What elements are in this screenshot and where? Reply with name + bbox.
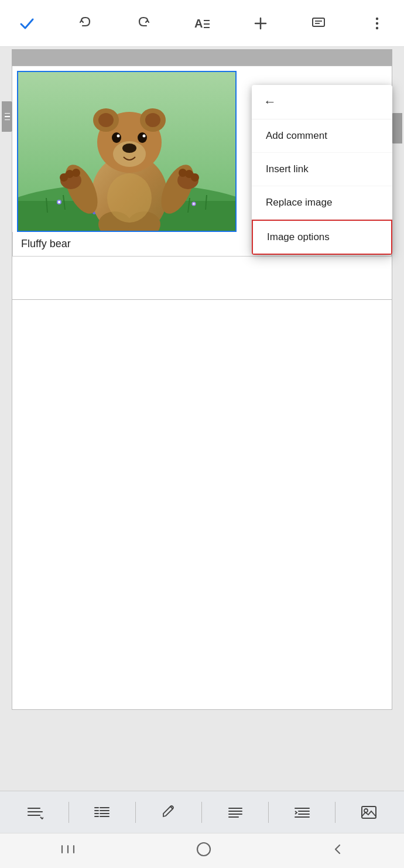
menu-back-button[interactable]: ← [252, 85, 392, 119]
svg-point-22 [193, 203, 195, 205]
redo-button[interactable] [131, 11, 156, 36]
toolbar-separator-5 [335, 802, 335, 823]
check-button[interactable] [14, 11, 40, 36]
svg-point-75 [197, 843, 210, 856]
bottom-toolbar [0, 791, 404, 833]
left-side-handle[interactable] [2, 101, 12, 132]
selected-image [17, 71, 237, 232]
svg-point-34 [138, 132, 147, 143]
nav-home-icon[interactable] [196, 842, 211, 860]
nav-menu-icon[interactable] [60, 843, 76, 859]
svg-rect-70 [362, 807, 376, 818]
svg-point-46 [179, 169, 187, 177]
edit-button[interactable] [155, 798, 183, 826]
top-toolbar: A [0, 0, 404, 47]
svg-point-35 [117, 135, 120, 138]
navigation-bar [0, 833, 404, 868]
svg-point-41 [72, 169, 80, 177]
image-insert-button[interactable] [355, 798, 383, 826]
toolbar-separator-4 [268, 802, 269, 823]
caption-text: Fluffy bear [21, 238, 71, 250]
svg-point-33 [112, 132, 121, 143]
document-body [12, 300, 392, 710]
bear-image-svg [18, 72, 237, 232]
svg-rect-6 [313, 18, 324, 26]
add-button[interactable] [248, 11, 273, 36]
svg-point-32 [122, 143, 136, 153]
svg-point-71 [364, 809, 368, 812]
svg-point-30 [145, 113, 160, 127]
svg-point-36 [143, 135, 146, 138]
toolbar-separator-2 [135, 802, 136, 823]
svg-text:A: A [194, 17, 203, 30]
menu-item-replace-image[interactable]: Replace image [252, 186, 392, 220]
document-ruler [12, 49, 392, 66]
nav-back-icon[interactable] [331, 843, 344, 859]
back-arrow-icon: ← [263, 94, 276, 110]
svg-point-20 [58, 201, 60, 203]
align-button[interactable] [21, 798, 49, 826]
more-options-button[interactable] [364, 11, 390, 36]
menu-item-image-options[interactable]: Image options [252, 220, 392, 255]
svg-point-28 [98, 113, 114, 127]
dropdown-menu: ← Add comment Insert link Replace image … [252, 85, 392, 255]
toolbar-separator-1 [69, 802, 69, 823]
comment-button[interactable] [306, 11, 331, 36]
svg-point-9 [376, 17, 378, 19]
menu-item-add-comment[interactable]: Add comment [252, 119, 392, 153]
main-content: Fluffy bear ← Add comment Insert link Re… [0, 47, 404, 791]
indent-button[interactable] [288, 798, 316, 826]
toolbar-separator-3 [201, 802, 202, 823]
undo-button[interactable] [73, 11, 98, 36]
list-button[interactable] [88, 798, 116, 826]
svg-point-11 [376, 26, 378, 29]
svg-point-49 [107, 173, 152, 223]
right-side-handle[interactable] [392, 113, 402, 143]
paragraph-button[interactable] [221, 798, 249, 826]
menu-item-insert-link[interactable]: Insert link [252, 153, 392, 186]
svg-point-10 [376, 22, 378, 24]
format-text-button[interactable]: A [189, 11, 215, 36]
